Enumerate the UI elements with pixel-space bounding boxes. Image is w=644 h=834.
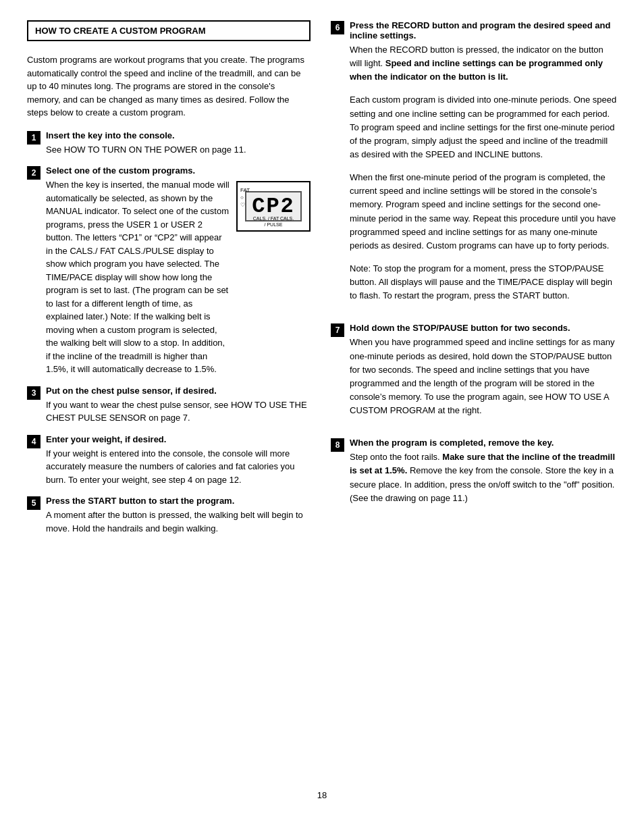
step-3: 3 Put on the chest pulse sensor, if desi… — [27, 386, 311, 425]
step-1-content: Insert the key into the console. See HOW… — [46, 130, 311, 157]
step-1: 1 Insert the key into the console. See H… — [27, 130, 311, 157]
step-6-content: Press the RECORD button and program the … — [350, 20, 617, 312]
step-7: 7 Hold down the STOP/PAUSE button for tw… — [331, 323, 617, 427]
display-label-1: CALS. / FAT CALS. — [238, 216, 309, 221]
heart-icon: ♡ — [240, 201, 250, 209]
section-header: HOW TO CREATE A CUSTOM PROGRAM — [27, 20, 311, 41]
step-5-content: Press the START button to start the prog… — [46, 496, 311, 535]
display-wrapper: CP2 CALS. / FAT CALS. / PULSE — [245, 191, 302, 221]
page: HOW TO CREATE A CUSTOM PROGRAM Custom pr… — [0, 0, 644, 834]
step-8-content: When the program is completed, remove th… — [350, 438, 617, 515]
page-number: 18 — [27, 790, 617, 800]
step-8-number: 8 — [331, 438, 344, 452]
step-8-title: When the program is completed, remove th… — [350, 438, 617, 448]
step-2-number: 2 — [27, 166, 41, 180]
step-4-body: If your weight is entered into the conso… — [46, 447, 311, 487]
step-7-content: Hold down the STOP/PAUSE button for two … — [350, 323, 617, 427]
step-6-number: 6 — [331, 21, 344, 34]
fat-label: FAT — [240, 186, 250, 194]
step-7-number: 7 — [331, 323, 344, 337]
step-2-title: Select one of the custom programs. — [46, 165, 311, 176]
step-3-number: 3 — [27, 386, 41, 400]
step-1-body: See HOW TO TURN ON THE POWER on page 11. — [46, 143, 311, 157]
step-5: 5 Press the START button to start the pr… — [27, 496, 311, 535]
step-6-body3: When the first one-minute period of the … — [350, 171, 617, 253]
step-2-content: Select one of the custom programs. When … — [46, 165, 311, 376]
step-8-body: Step onto the foot rails. Make sure that… — [350, 450, 617, 505]
step-5-title: Press the START button to start the prog… — [46, 496, 311, 506]
step-2-body-with-image: When the key is inserted, the manual mod… — [46, 178, 311, 376]
step-8-bold-text: Make sure that the incline of the treadm… — [350, 452, 615, 475]
circle-icon: ○ — [240, 194, 250, 201]
step-6-body4: Note: To stop the program for a moment, … — [350, 262, 617, 303]
step-7-title: Hold down the STOP/PAUSE button for two … — [350, 323, 617, 333]
step-4-number: 4 — [27, 435, 41, 448]
step-4-content: Enter your weight, if desired. If your w… — [46, 434, 311, 487]
step-2: 2 Select one of the custom programs. Whe… — [27, 165, 311, 376]
step-6-bold-text: Speed and incline settings can be progra… — [350, 58, 603, 82]
step-7-body: When you have programmed speed and incli… — [350, 336, 617, 417]
step-1-title: Insert the key into the console. — [46, 130, 311, 140]
display-side-icons: FAT ○ ♡ — [240, 186, 250, 209]
step-6-body2: Each custom program is divided into one-… — [350, 93, 617, 161]
step-6-title: Press the RECORD button and program the … — [350, 20, 617, 41]
left-column: HOW TO CREATE A CUSTOM PROGRAM Custom pr… — [27, 20, 311, 777]
right-column: 6 Press the RECORD button and program th… — [331, 20, 617, 777]
two-column-layout: HOW TO CREATE A CUSTOM PROGRAM Custom pr… — [27, 20, 617, 777]
step-5-number: 5 — [27, 496, 41, 510]
step-5-body: A moment after the button is pressed, th… — [46, 509, 311, 535]
step-6: 6 Press the RECORD button and program th… — [331, 20, 617, 312]
display-labels: CALS. / FAT CALS. / PULSE — [238, 216, 309, 228]
step-4-title: Enter your weight, if desired. — [46, 434, 311, 444]
step-3-content: Put on the chest pulse sensor, if desire… — [46, 386, 311, 425]
step-2-display: FAT ○ ♡ CP2 CALS. / FAT CALS. / PULSE — [236, 181, 311, 232]
step-8: 8 When the program is completed, remove … — [331, 438, 617, 515]
step-2-text: When the key is inserted, the manual mod… — [46, 178, 230, 376]
step-3-title: Put on the chest pulse sensor, if desire… — [46, 386, 311, 396]
step-4: 4 Enter your weight, if desired. If your… — [27, 434, 311, 487]
step-6-body1: When the RECORD button is pressed, the i… — [350, 43, 617, 84]
display-label-2: / PULSE — [238, 222, 309, 228]
step-1-number: 1 — [27, 131, 41, 145]
intro-paragraph: Custom programs are workout programs tha… — [27, 53, 311, 120]
step-3-body: If you want to wear the chest pulse sens… — [46, 398, 311, 425]
